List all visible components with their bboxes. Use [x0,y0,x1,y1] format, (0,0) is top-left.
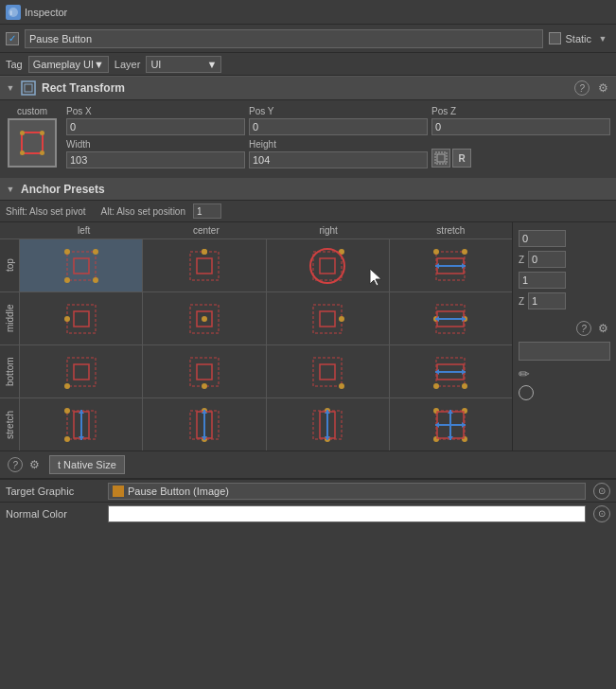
svg-rect-6 [67,252,96,280]
anchor-cell-stretch-center[interactable] [142,398,265,450]
anchor-cell-bottom-left[interactable] [19,345,142,398]
anchor-extra-input[interactable] [193,203,221,219]
gear-icon-3[interactable]: ⚙ [26,457,42,472]
edit-row: ✏ [519,366,610,381]
anchor-icon-stretch-stretch [433,408,467,442]
target-graphic-label: Target Graphic [6,486,100,497]
normal-color-swatch[interactable] [108,505,586,522]
anchor-cell-top-stretch[interactable] [389,239,512,292]
z-values-panel: Z Z ? ⚙ ✏ [512,222,616,450]
target-graphic-row: Target Graphic Pause Button (Image) ⊙ [0,479,616,502]
help-icon[interactable]: ? [574,80,590,96]
custom-label: custom [13,106,51,116]
anchor-cell-top-right[interactable] [266,239,389,292]
pos-z-input[interactable] [431,118,610,135]
row-label-stretch: stretch [0,398,19,450]
anchor-presets-area: left center right stretch top [0,222,616,450]
blueprint-button[interactable] [431,149,450,168]
svg-rect-48 [197,364,212,380]
svg-point-53 [433,383,439,389]
help-icon-3[interactable]: ? [8,457,23,472]
cursor [368,267,385,290]
pos-x-input[interactable] [66,118,245,135]
gear-icon[interactable]: ⚙ [595,80,610,96]
edit-icon[interactable]: ✏ [519,366,530,381]
anchor-icon-top-stretch [433,249,467,283]
svg-rect-46 [190,358,219,386]
normal-color-select[interactable]: ⊙ [593,505,610,522]
anchor-row-bottom: bottom [0,344,512,398]
svg-rect-2 [22,81,35,95]
anchor-cell-middle-stretch[interactable] [389,292,512,344]
anchor-cell-middle-right[interactable] [266,292,389,344]
hints-row: Shift: Also set pivot Alt: Also set posi… [0,201,616,222]
anchor-cell-top-center[interactable] [142,239,265,292]
pos-y-input[interactable] [249,118,428,135]
anchor-icon-top-center [187,249,221,283]
anchor-cell-stretch-left[interactable] [19,398,142,450]
tag-dropdown[interactable]: Gameplay UI ▼ [28,56,109,73]
anchor-cell-stretch-stretch[interactable] [389,398,512,450]
width-input[interactable] [66,151,245,168]
svg-rect-15 [197,258,212,274]
gear-icon-2[interactable]: ⚙ [595,321,610,336]
rect-transform-title: Rect Transform [42,81,125,95]
height-label: Height [249,139,428,150]
anchor-icon-bottom-stretch [433,355,467,389]
fold-arrow[interactable]: ▼ [6,83,15,93]
layer-value: UI [150,59,161,70]
anchor-cell-bottom-center[interactable] [142,345,265,398]
pos-x-label: Pos X [66,106,245,116]
col-stretch: stretch [390,222,512,238]
circle-row [519,385,610,400]
svg-rect-49 [313,358,342,386]
r-button[interactable]: R [452,149,471,168]
z2-input[interactable] [528,292,566,309]
target-graphic-select[interactable]: ⊙ [593,483,610,500]
native-size-section: ? ⚙ [8,457,42,472]
anchor-icon-top-left [64,249,98,283]
anchor-val-0[interactable] [519,230,566,247]
layer-label: Layer [114,59,141,70]
pos-y-label: Pos Y [249,106,428,116]
z1-input[interactable] [528,251,566,268]
anchor-icon-top-right [310,249,344,283]
anchor-icon-bottom-left [64,355,98,389]
anchor-icon-bottom-right [310,355,344,389]
height-input[interactable] [249,151,428,168]
gameobject-name-input[interactable] [25,29,543,48]
svg-point-44 [64,383,70,389]
static-container: Static ▼ [549,31,610,46]
svg-point-83 [433,436,439,442]
col-right: right [268,222,390,238]
anchor-cell-bottom-right[interactable] [266,345,389,398]
anchor-cell-middle-left[interactable] [19,292,142,344]
enabled-checkbox[interactable] [6,32,19,45]
anchor-preview[interactable] [8,118,57,168]
svg-rect-11 [74,258,89,274]
shift-hint: Shift: Also set pivot [6,206,86,217]
alt-hint: Alt: Also set position [101,206,186,217]
anchor-icon-stretch-right [310,408,344,442]
svg-rect-18 [320,258,335,274]
layer-dropdown[interactable]: UI ▼ [146,56,221,73]
circle-btn[interactable] [519,385,534,400]
normal-color-label: Normal Color [6,508,100,520]
anchor-val-1[interactable] [519,272,566,289]
target-graphic-name: Pause Button (Image) [128,486,229,497]
svg-point-60 [64,408,70,414]
anchor-cell-bottom-stretch[interactable] [389,345,512,398]
static-checkbox[interactable] [549,32,561,44]
svg-point-50 [339,383,344,389]
native-size-row: ? ⚙ t Native Size [0,450,616,478]
anchor-fold-arrow[interactable]: ▼ [6,185,15,194]
anchor-icon-middle-right [310,302,344,336]
rect-transform-header[interactable]: ▼ Rect Transform ? ⚙ [0,76,616,100]
static-dropdown-arrow[interactable]: ▼ [595,31,610,46]
svg-rect-43 [67,358,96,386]
anchor-cell-middle-center[interactable] [142,292,265,344]
native-size-button[interactable]: t Native Size [49,455,125,474]
anchor-cell-top-left[interactable] [19,239,142,292]
help-icon-2[interactable]: ? [576,321,591,336]
anchor-cell-stretch-right[interactable] [266,398,389,450]
